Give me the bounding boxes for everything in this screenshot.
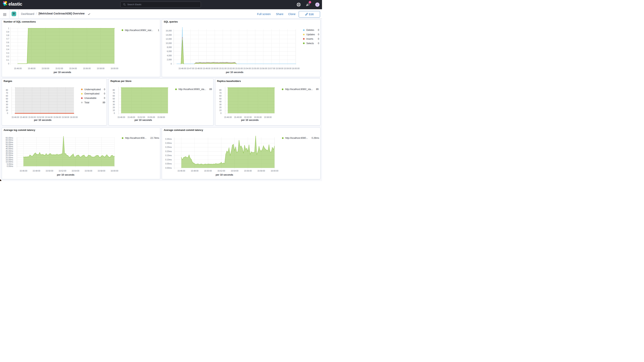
- svg-text:15:48:00: 15:48:00: [191, 170, 198, 172]
- svg-text:15:48:00: 15:48:00: [32, 170, 40, 172]
- svg-text:Deletes: Deletes: [306, 29, 314, 32]
- svg-text:15:56:00: 15:56:00: [244, 170, 252, 172]
- svg-text:16:00:00: 16:00:00: [271, 170, 278, 172]
- svg-text:15:55:00: 15:55:00: [147, 116, 155, 118]
- svg-text:0.3: 0.3: [6, 52, 9, 54]
- svg-text:15:46:00: 15:46:00: [224, 116, 232, 118]
- svg-text:15:52:00: 15:52:00: [244, 116, 252, 118]
- svg-text:15:58:00: 15:58:00: [62, 116, 69, 118]
- svg-text:0: 0: [104, 88, 105, 91]
- svg-text:0.05ms: 0.05ms: [166, 163, 172, 165]
- svg-text:25.00ms: 25.00ms: [6, 154, 13, 156]
- svg-text:30: 30: [219, 104, 222, 106]
- svg-text:70: 70: [112, 92, 115, 94]
- svg-text:20: 20: [112, 106, 115, 108]
- svg-text:15:50:00: 15:50:00: [46, 170, 53, 172]
- svg-text:per 10 seconds: per 10 seconds: [134, 119, 152, 122]
- svg-text:15:50:00: 15:50:00: [42, 68, 49, 70]
- svg-text:89: 89: [210, 88, 212, 91]
- svg-text:0.26ms: 0.26ms: [312, 137, 319, 139]
- svg-text:16:00:00: 16:00:00: [70, 116, 78, 118]
- svg-text:40.00ms: 40.00ms: [6, 148, 13, 150]
- svg-text:22.74ms: 22.74ms: [150, 137, 159, 139]
- svg-text:15:55:00: 15:55:00: [254, 116, 262, 118]
- svg-text:15:50:00: 15:50:00: [28, 116, 36, 118]
- svg-text:2,000: 2,000: [167, 58, 172, 61]
- svg-text:0: 0: [318, 38, 319, 40]
- svg-text:0.30ms: 0.30ms: [166, 142, 172, 144]
- svg-text:Updates: Updates: [306, 33, 315, 36]
- svg-text:15:56:00: 15:56:00: [83, 68, 90, 70]
- svg-text:15:52:00: 15:52:00: [55, 68, 63, 70]
- svg-text:30: 30: [6, 104, 8, 106]
- svg-text:70: 70: [219, 92, 222, 94]
- svg-text:0.9: 0.9: [6, 31, 9, 33]
- svg-text:16:00:00: 16:00:00: [110, 68, 118, 70]
- svg-text:0: 0: [318, 42, 319, 44]
- svg-text:http://localhost:8080...: http://localhost:8080...: [285, 137, 308, 139]
- svg-text:16,000: 16,000: [166, 30, 172, 32]
- svg-text:http://localhost:8080/_sta...: http://localhost:8080/_sta...: [178, 88, 206, 91]
- svg-text:0.4: 0.4: [6, 48, 9, 50]
- svg-text:15:56:00: 15:56:00: [260, 68, 267, 70]
- svg-text:1: 1: [8, 27, 9, 29]
- svg-text:Inserts: Inserts: [306, 38, 313, 40]
- svg-text:40: 40: [219, 100, 222, 103]
- svg-text:0: 0: [220, 112, 222, 114]
- svg-text:0.00ms: 0.00ms: [6, 165, 13, 167]
- svg-text:60: 60: [6, 95, 8, 97]
- svg-text:15:59:00: 15:59:00: [284, 68, 292, 70]
- svg-text:0.8: 0.8: [6, 34, 9, 36]
- svg-text:15:58:00: 15:58:00: [276, 68, 284, 70]
- svg-text:89: 89: [316, 88, 319, 91]
- svg-text:15:46:00: 15:46:00: [20, 170, 27, 172]
- svg-text:20.00ms: 20.00ms: [6, 156, 13, 159]
- svg-text:35.00ms: 35.00ms: [6, 150, 13, 152]
- svg-text:15:54:00: 15:54:00: [45, 116, 53, 118]
- svg-text:15:53:00: 15:53:00: [235, 68, 243, 70]
- svg-text:15:58:00: 15:58:00: [97, 68, 104, 70]
- svg-text:30.00ms: 30.00ms: [6, 152, 13, 154]
- svg-text:Selects: Selects: [306, 42, 314, 44]
- svg-text:60.00ms: 60.00ms: [6, 139, 13, 141]
- svg-text:15.00ms: 15.00ms: [6, 159, 13, 161]
- svg-text:12,000: 12,000: [166, 38, 172, 40]
- svg-text:Overreplicated: Overreplicated: [84, 92, 99, 95]
- svg-text:0: 0: [8, 62, 9, 64]
- svg-text:80: 80: [6, 89, 8, 91]
- svg-text:per 10 seconds: per 10 seconds: [216, 174, 233, 176]
- svg-text:40: 40: [6, 100, 8, 103]
- svg-text:Total: Total: [84, 101, 89, 104]
- svg-text:Unavailable: Unavailable: [84, 97, 96, 100]
- svg-text:0.1: 0.1: [6, 59, 9, 61]
- svg-text:per 10 seconds: per 10 seconds: [241, 119, 258, 122]
- svg-text:16:00:00: 16:00:00: [110, 170, 118, 172]
- svg-text:15:56:00: 15:56:00: [53, 116, 61, 118]
- svg-text:0.10ms: 0.10ms: [166, 159, 172, 161]
- svg-text:per 10 seconds: per 10 seconds: [57, 174, 74, 176]
- svg-text:0.25ms: 0.25ms: [166, 146, 172, 148]
- svg-text:15:52:00: 15:52:00: [58, 170, 66, 172]
- svg-text:15:48:00: 15:48:00: [20, 116, 28, 118]
- svg-text:8,000: 8,000: [167, 46, 172, 48]
- svg-text:http://localhost:8080/_sta...: http://localhost:8080/_sta...: [285, 88, 313, 91]
- svg-text:15:54:00: 15:54:00: [243, 68, 251, 70]
- svg-text:15:57:00: 15:57:00: [268, 68, 275, 70]
- svg-text:60: 60: [112, 95, 115, 97]
- svg-text:15:55:00: 15:55:00: [252, 68, 259, 70]
- svg-text:15:52:00: 15:52:00: [36, 116, 44, 118]
- svg-text:0: 0: [171, 63, 172, 65]
- svg-text:60: 60: [219, 95, 222, 97]
- svg-text:0.35ms: 0.35ms: [166, 138, 172, 140]
- svg-text:6,000: 6,000: [167, 50, 172, 52]
- svg-text:15:47:00: 15:47:00: [187, 68, 194, 70]
- svg-text:55.00ms: 55.00ms: [6, 141, 13, 144]
- svg-text:15:52:00: 15:52:00: [137, 116, 145, 118]
- svg-text:per 10 seconds: per 10 seconds: [34, 119, 51, 122]
- svg-text:0: 0: [104, 92, 105, 95]
- svg-text:http://localhost:8080/_stat...: http://localhost:8080/_stat...: [125, 29, 153, 32]
- svg-text:15:48:00: 15:48:00: [28, 68, 36, 70]
- svg-text:15:58:00: 15:58:00: [157, 116, 165, 118]
- svg-text:0: 0: [114, 112, 115, 114]
- svg-text:0.20ms: 0.20ms: [166, 150, 172, 152]
